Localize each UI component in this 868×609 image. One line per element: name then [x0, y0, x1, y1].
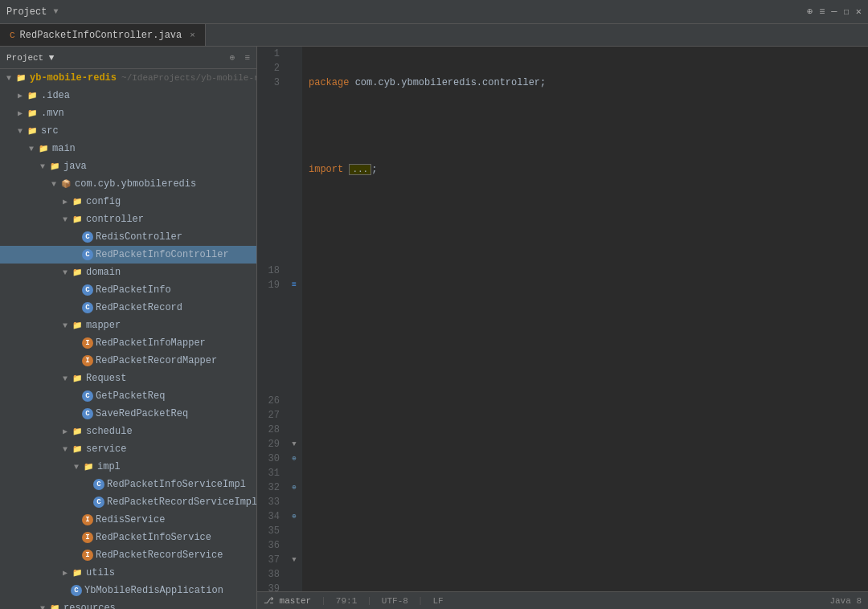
top-icon-settings[interactable]: ≡ — [819, 6, 825, 18]
sidebar-label-rpi-mapper: RedPacketInfoMapper — [96, 337, 206, 349]
folder-icon-utils: 📁 — [71, 567, 84, 578]
sidebar-item-service[interactable]: ▼ 📁 service — [0, 440, 256, 458]
class-icon-rprsi: C — [93, 497, 104, 508]
folder-icon-idea: 📁 — [26, 90, 39, 101]
sidebar-item-redpacket-controller[interactable]: C RedPacketInfoController — [0, 246, 256, 264]
sidebar-item-redpacket-info[interactable]: C RedPacketInfo — [0, 281, 256, 299]
sidebar-item-root[interactable]: ▼ 📁 yb-mobile-redis ~/IdeaProjects/yb-mo… — [0, 69, 256, 87]
sidebar-item-request[interactable]: ▼ 📁 Request — [0, 370, 256, 387]
folder-icon-controller: 📁 — [71, 214, 84, 225]
sidebar-label-service: service — [86, 443, 126, 455]
top-icon-close[interactable]: ✕ — [856, 6, 862, 18]
sidebar-item-resources[interactable]: ▼ 📁 resources — [0, 599, 256, 609]
top-bar: Project ▼ ⊕ ≡ — ☐ ✕ — [0, 0, 868, 24]
sidebar-label-idea: .idea — [41, 90, 70, 101]
sidebar-item-rpr-service-impl[interactable]: C RedPacketRecordServiceImpl — [0, 493, 256, 511]
sidebar-item-controller[interactable]: ▼ 📁 controller — [0, 210, 256, 228]
top-icon-minimize[interactable]: — — [831, 6, 837, 18]
code-line-empty-7 — [309, 336, 866, 350]
sidebar-item-java[interactable]: ▼ 📁 java — [0, 157, 256, 175]
sidebar-item-domain[interactable]: ▼ 📁 domain — [0, 264, 256, 281]
sidebar-item-rpr-service[interactable]: I RedPacketRecordService — [0, 546, 256, 564]
class-icon-srpr: C — [82, 408, 93, 419]
folder-icon-package: 📦 — [59, 178, 72, 190]
line-numbers: 1 2 3 18 19 — [257, 47, 286, 591]
class-icon-redpacket-controller: C — [82, 249, 93, 260]
sidebar-item-main[interactable]: ▼ 📁 main — [0, 140, 256, 157]
sidebar-label-config: config — [86, 196, 121, 207]
folder-icon-mvn: 📁 — [26, 108, 39, 119]
sidebar-item-impl[interactable]: ▼ 📁 impl — [0, 458, 256, 476]
sidebar-label-request: Request — [86, 373, 126, 384]
sidebar-item-schedule[interactable]: ▶ 📁 schedule — [0, 423, 256, 440]
sidebar-item-mvn[interactable]: ▶ 📁 .mvn — [0, 104, 256, 122]
code-line-empty-4 — [309, 206, 866, 220]
sidebar-item-mapper[interactable]: ▼ 📁 mapper — [0, 317, 256, 334]
sidebar-item-rpi-mapper[interactable]: I RedPacketInfoMapper — [0, 334, 256, 352]
folder-icon-impl: 📁 — [82, 461, 95, 472]
sidebar-icon-1[interactable]: ⊕ — [230, 52, 235, 63]
sidebar-item-redpacket-record[interactable]: C RedPacketRecord — [0, 299, 256, 317]
sidebar-item-utils[interactable]: ▶ 📁 utils — [0, 564, 256, 582]
tree-arrow-java: ▼ — [37, 162, 48, 171]
sidebar-item-get-packet-req[interactable]: C GetPacketReq — [0, 387, 256, 405]
sidebar-item-package[interactable]: ▼ 📦 com.cyb.ybmobileredis — [0, 175, 256, 193]
tree-arrow-main: ▼ — [26, 145, 37, 153]
code-line-empty-12 — [309, 553, 866, 567]
sidebar-label-package: com.cyb.ybmobileredis — [75, 178, 196, 190]
code-editor[interactable]: 1 2 3 18 19 — [257, 47, 868, 591]
code-line-empty-10 — [309, 466, 866, 480]
code-line-1: package com.cyb.ybmobileredis.controller… — [309, 76, 866, 90]
class-icon-rpis: I — [82, 532, 93, 543]
sidebar-item-rpr-mapper[interactable]: I RedPacketRecordMapper — [0, 352, 256, 370]
sidebar-label-domain: domain — [86, 267, 121, 278]
tab-file[interactable]: C RedPacketInfoController.java × — [0, 24, 206, 46]
code-line-empty-9 — [309, 423, 866, 437]
sidebar-label-schedule: schedule — [86, 426, 133, 437]
sidebar-item-idea[interactable]: ▶ 📁 .idea — [0, 87, 256, 104]
sidebar-label-redpacket-controller: RedPacketInfoController — [96, 249, 229, 260]
sidebar-label-resources: resources — [63, 603, 116, 609]
folder-icon-domain: 📁 — [71, 267, 84, 278]
status-sep2: | — [366, 596, 372, 606]
tab-file-label: RedPacketInfoController.java — [20, 30, 182, 41]
class-icon-redis-svc: I — [82, 514, 93, 525]
code-content[interactable]: package com.cyb.ybmobileredis.controller… — [302, 47, 868, 591]
status-java-version: Java 8 — [829, 596, 862, 606]
status-sep3: | — [418, 596, 424, 606]
tree-arrow-mapper: ▼ — [59, 321, 71, 330]
folder-icon-service: 📁 — [71, 443, 84, 455]
sidebar-item-config[interactable]: ▶ 📁 config — [0, 193, 256, 210]
gutter: ≡ ▼ ⊕ ⊕ ⊕ ▼ — [286, 47, 302, 591]
main-layout: Project ▼ ⊕ ≡ ▼ 📁 yb-mobile-redis ~/Idea… — [0, 47, 868, 609]
tree-arrow-service: ▼ — [59, 445, 71, 454]
top-icon-maximize[interactable]: ☐ — [844, 6, 850, 18]
project-label[interactable]: Project — [6, 6, 47, 18]
tree-arrow-controller: ▼ — [59, 215, 71, 224]
code-line-empty-8 — [309, 379, 866, 394]
sidebar-label-java: java — [63, 161, 87, 172]
sidebar-item-save-redpacket-req[interactable]: C SaveRedPacketReq — [0, 405, 256, 423]
folder-icon-schedule: 📁 — [71, 426, 84, 437]
status-git: ⎇ master — [264, 595, 311, 606]
class-icon-app: C — [71, 585, 82, 596]
top-icon-sync[interactable]: ⊕ — [807, 6, 813, 18]
sidebar-label-rpisi: RedPacketInfoServiceImpl — [107, 479, 246, 490]
folder-icon-mapper: 📁 — [71, 320, 84, 331]
code-line-empty-11 — [309, 509, 866, 524]
tree-arrow-idea: ▶ — [14, 91, 26, 100]
sidebar-item-rpi-service-impl[interactable]: C RedPacketInfoServiceImpl — [0, 476, 256, 493]
sidebar-item-app[interactable]: C YbMobileRedisApplication — [0, 582, 256, 599]
class-icon-rpi: C — [82, 284, 93, 296]
sidebar-item-redis-controller[interactable]: C RedisController — [0, 228, 256, 246]
sidebar-header: Project ▼ ⊕ ≡ — [0, 47, 256, 69]
sidebar-item-rpi-service[interactable]: I RedPacketInfoService — [0, 529, 256, 546]
tree-arrow-package: ▼ — [48, 180, 59, 189]
tab-close-icon[interactable]: × — [190, 31, 195, 40]
sidebar-icon-2[interactable]: ≡ — [244, 53, 250, 63]
sidebar-item-src[interactable]: ▼ 📁 src — [0, 122, 256, 140]
status-line-col: 79:1 — [336, 596, 357, 606]
folder-icon-main: 📁 — [37, 143, 50, 154]
folder-icon-resources: 📁 — [48, 603, 61, 609]
sidebar-item-redis-service[interactable]: I RedisService — [0, 511, 256, 529]
